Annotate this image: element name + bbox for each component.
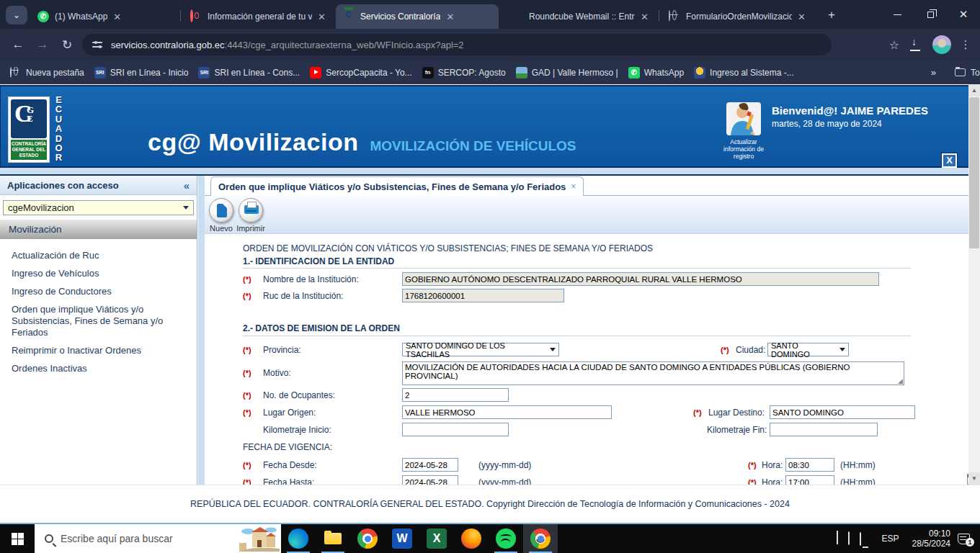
downloads-icon[interactable] [905, 37, 927, 52]
search-highlight-image[interactable] [239, 526, 280, 552]
ocupantes-label: No. de Ocupantes: [263, 390, 335, 400]
taskbar: Escribe aquí para buscar W X ESP 09:10 2… [0, 524, 980, 553]
motivo-textarea[interactable]: MOVILIZACIÓN DE AUTORIDADES HACIA LA CIU… [402, 361, 904, 385]
ocupantes-input[interactable] [402, 388, 509, 402]
tab-close-icon[interactable]: ✕ [641, 12, 649, 22]
bookmark-ingreso-sistema[interactable]: Ingreso al Sistema -... [694, 67, 794, 78]
tab-search-button[interactable]: ⌄ [6, 6, 27, 24]
bookmark-sri-inicio[interactable]: SRISRI en Línea - Inicio [94, 67, 189, 78]
sidebar-splitter[interactable] [198, 176, 205, 485]
browser-tab-roundcube[interactable]: Roundcube Webmail :: Entra ✕ [504, 4, 656, 29]
taskbar-app-excel[interactable]: X [419, 524, 454, 553]
document-tab-close-icon[interactable]: × [571, 181, 576, 192]
ruc-input[interactable] [402, 289, 564, 302]
tab-close-icon[interactable]: ✕ [113, 12, 121, 22]
forward-button[interactable]: → [30, 37, 55, 52]
bookmark-sercop-agosto[interactable]: fnSERCOP: Agosto [422, 67, 506, 78]
site-settings-icon[interactable] [92, 40, 104, 50]
document-tab-orden[interactable]: Orden que implique Viáticos y/o Subsiste… [210, 176, 584, 196]
lugar-destino-label: Lugar Destino: [708, 408, 765, 418]
avatar-caption[interactable]: Actualizar información de registro [718, 138, 769, 160]
lugar-destino-input[interactable] [770, 405, 915, 419]
resize-grip-icon[interactable]: ◢ [898, 377, 903, 385]
taskbar-app-spotify[interactable] [489, 524, 523, 553]
bookmark-gad-valle-hermoso[interactable]: GAD | Valle Hermoso | [516, 67, 618, 78]
window-minimize-button[interactable] [881, 0, 914, 29]
taskbar-search[interactable]: Escribe aquí para buscar [35, 524, 281, 553]
new-button[interactable]: Nuevo [206, 198, 236, 233]
bookmark-whatsapp[interactable]: ✆WhatsApp [628, 67, 684, 78]
scrollbar-thumb[interactable] [969, 97, 979, 248]
bookmark-sercopcapacita[interactable]: SercopCapacita - Yo... [310, 67, 411, 78]
lugar-origen-input[interactable] [402, 405, 612, 419]
user-avatar[interactable] [726, 102, 761, 135]
browser-profile-avatar[interactable] [932, 35, 951, 54]
taskbar-app-chrome-profile[interactable] [523, 524, 558, 553]
km-inicio-input[interactable] [402, 423, 509, 436]
bookmark-sri-consultas[interactable]: SRISRI en Línea - Cons... [198, 67, 300, 78]
window-close-button[interactable]: ✕ [947, 0, 980, 29]
tray-network[interactable] [860, 532, 861, 545]
ecuador-crest-icon [694, 67, 705, 78]
sidebar-item-actualizacion-ruc[interactable]: Actualización de Ruc [12, 250, 188, 261]
sidebar-item-ingreso-vehiculos[interactable]: Ingreso de Vehículos [12, 268, 188, 279]
browser-tab-servicios-contraloria[interactable]: Servicios Contraloría ✕ [336, 4, 499, 29]
taskbar-app-firefox[interactable] [454, 524, 489, 553]
address-bar[interactable]: servicios.contraloria.gob.ec:4443/cge_ar… [82, 34, 832, 55]
section-divider [243, 268, 911, 269]
tray-expand-button[interactable] [837, 532, 838, 545]
scroll-down-icon[interactable]: ▼ [968, 472, 980, 485]
all-bookmarks-button[interactable]: Todos los marcadores [955, 68, 980, 78]
bookmarks-overflow-button[interactable]: » [931, 67, 936, 78]
language-indicator[interactable]: ESP [882, 534, 899, 544]
hora-desde-input[interactable] [785, 458, 834, 472]
sidebar-item-ordenes-inactivas[interactable]: Ordenes Inactivas [12, 363, 188, 374]
taskbar-app-explorer[interactable] [316, 524, 350, 553]
new-tab-button[interactable]: + [823, 7, 840, 24]
browser-menu-icon[interactable]: ⋮ [957, 38, 974, 51]
provincia-select[interactable]: SANTO DOMINGO DE LOS TSACHILAS [402, 343, 559, 356]
restore-icon [927, 12, 934, 18]
taskbar-app-chrome[interactable] [350, 524, 385, 553]
fecha-hasta-input[interactable] [402, 475, 458, 485]
taskbar-app-edge[interactable] [281, 524, 316, 553]
fecha-desde-input[interactable] [402, 458, 458, 472]
person-pencil-icon [726, 102, 761, 135]
required-mark: (*) [243, 275, 251, 284]
bookmark-star-icon[interactable]: ☆ [883, 38, 905, 52]
start-button[interactable] [0, 524, 35, 553]
tab-close-icon[interactable]: ✕ [318, 12, 326, 22]
print-button[interactable]: Imprimir [236, 198, 266, 233]
tray-phone-link[interactable] [848, 532, 850, 545]
ciudad-select[interactable]: SANTO DOMINGO [767, 343, 849, 356]
browser-tab-whatsapp[interactable]: ✆ (1) WhatsApp ✕ [30, 4, 177, 29]
hora-hasta-input[interactable] [785, 475, 834, 485]
sidebar-collapse-icon[interactable]: « [184, 179, 190, 192]
tab-title: Roundcube Webmail :: Entra [529, 12, 635, 22]
back-button[interactable]: ← [6, 37, 30, 52]
taskbar-app-word[interactable]: W [385, 524, 419, 553]
page-scrollbar[interactable]: ▲ ▼ [968, 84, 980, 485]
window-restore-button[interactable] [914, 0, 947, 29]
browser-tab-formulario[interactable]: FormularioOrdenMovilizacio ✕ [662, 4, 813, 29]
hora-desde-label: Hora: [762, 460, 783, 470]
notification-badge: 1 [966, 538, 974, 547]
cge-emblem-icon: C G E [11, 99, 47, 138]
scroll-up-icon[interactable]: ▲ [968, 84, 980, 96]
sidebar-item-reimprimir-ordenes[interactable]: Reimprimir o Inactivar Ordenes [12, 345, 188, 356]
km-fin-input[interactable] [770, 423, 878, 436]
application-select[interactable]: cgeMovilizacion [3, 200, 194, 215]
tab-close-icon[interactable]: ✕ [798, 12, 806, 22]
nombre-input[interactable] [402, 272, 879, 286]
sidebar-item-ingreso-conductores[interactable]: Ingreso de Conductores [12, 286, 188, 297]
taskbar-clock[interactable]: 09:10 28/5/2024 [912, 529, 950, 549]
logout-close-button[interactable]: X [942, 153, 957, 168]
browser-tab-airbnb[interactable]: Información general de tu vi ✕ [183, 4, 333, 29]
sidebar-title: Aplicaciones con acceso [7, 180, 119, 191]
bookmark-nueva-pestana[interactable]: Nueva pestaña [10, 67, 84, 78]
reload-button[interactable]: ↻ [55, 37, 79, 53]
required-mark: (*) [243, 346, 251, 354]
notification-center-button[interactable]: 1 [958, 534, 970, 544]
sidebar-item-orden-viaticos[interactable]: Orden que implique Viáticos y/o Subsiste… [12, 304, 188, 338]
tab-close-icon[interactable]: ✕ [446, 12, 454, 22]
